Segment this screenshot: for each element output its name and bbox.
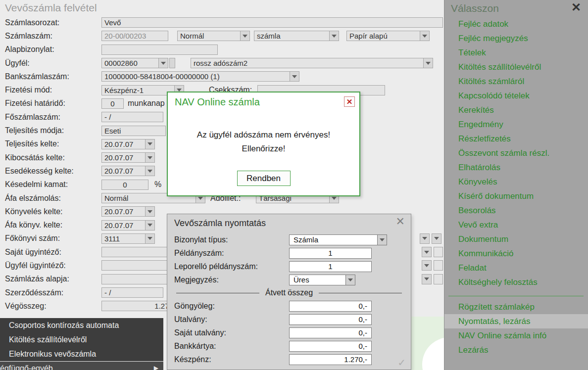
late-interest-field[interactable]: 0 bbox=[101, 180, 148, 190]
menu-item-cegfuggo-egyeb[interactable]: égfüggő-egyéb ▶ bbox=[0, 362, 163, 370]
row-gongyoleg: Göngyöleg: 0,- bbox=[167, 299, 411, 313]
comment-dropdown[interactable]: Üres bbox=[289, 275, 355, 285]
customer-lookup-button[interactable] bbox=[169, 58, 175, 68]
sidebar-item-tetelek[interactable]: Tételek bbox=[444, 46, 588, 60]
sidebar-item-feladat[interactable]: Feladat bbox=[444, 261, 588, 275]
dropdown-value[interactable]: Üres bbox=[289, 275, 345, 285]
dropdown-button[interactable] bbox=[240, 31, 250, 41]
sidebar-item-konyveles[interactable]: Könyvelés bbox=[444, 175, 588, 189]
ok-button[interactable]: Rendben bbox=[237, 171, 291, 186]
dropdown-button[interactable] bbox=[377, 234, 387, 245]
dropdown-value[interactable]: 3111 bbox=[101, 233, 145, 244]
contract-number-field[interactable]: - / bbox=[101, 287, 163, 298]
date-value[interactable]: 20.07.07 bbox=[101, 152, 145, 163]
date-value[interactable]: 20.07.07 bbox=[101, 166, 145, 176]
date-value[interactable]: 20.07.07 bbox=[101, 220, 145, 231]
sidebar-item-nyomtatas-lezaras[interactable]: Nyomtatás, lezárás bbox=[444, 314, 588, 328]
dropdown-button[interactable] bbox=[420, 233, 430, 244]
dropdown-button[interactable] bbox=[422, 274, 432, 284]
invoice-number-field[interactable]: 20-00/00203 bbox=[101, 31, 168, 41]
field-fragment[interactable] bbox=[434, 274, 443, 284]
dropdown-button[interactable] bbox=[145, 206, 155, 217]
own-voucher-amount-field[interactable]: 0,- bbox=[289, 327, 372, 338]
menu-item-csoportos-kontirozas[interactable]: Csoportos kontírozás automata bbox=[0, 318, 163, 332]
sidebar-item-lezaras[interactable]: Lezárás bbox=[444, 343, 588, 357]
voucher-amount-field[interactable]: 0,- bbox=[289, 314, 372, 325]
copies-field[interactable]: 1 bbox=[289, 248, 372, 259]
sidebar-item-nav-online-szamla-info[interactable]: NAV Online számla infó bbox=[444, 328, 588, 343]
dropdown-button[interactable] bbox=[145, 152, 155, 163]
document-type-dropdown[interactable]: Számla bbox=[289, 234, 387, 245]
sidebar-item-dokumentum[interactable]: Dokumentum bbox=[444, 232, 588, 246]
dropdown-value[interactable]: Készpénz-1 bbox=[101, 85, 174, 95]
booking-date-picker[interactable]: 20.07.07 bbox=[101, 206, 155, 217]
dropdown-button[interactable] bbox=[423, 58, 433, 68]
sidebar-item-rogzitett-szamlakep[interactable]: Rögzített számlakép bbox=[444, 300, 588, 314]
dropdown-button[interactable] bbox=[422, 260, 432, 271]
dropdown-button[interactable] bbox=[420, 31, 430, 41]
fulfillment-mode-field[interactable]: Eseti bbox=[101, 126, 166, 136]
dropdown-button[interactable] bbox=[329, 31, 339, 41]
sidebar-item-kerekites[interactable]: Kerekítés bbox=[444, 103, 588, 117]
dropdown-button[interactable] bbox=[145, 166, 155, 176]
fanfold-copies-field[interactable]: 1 bbox=[289, 261, 372, 272]
vat-booking-date-picker[interactable]: 20.07.07 bbox=[101, 220, 155, 231]
close-icon[interactable]: ✕ bbox=[396, 215, 405, 228]
sidebar-item-elhatarolas[interactable]: Elhatárolás bbox=[444, 160, 588, 175]
sidebar-item-kommunikacio[interactable]: Kommunikáció bbox=[444, 246, 588, 261]
dropdown-button[interactable] bbox=[290, 71, 299, 82]
main-invoice-number-field[interactable]: - / bbox=[101, 112, 163, 122]
chevron-down-icon bbox=[198, 197, 203, 200]
sidebar-item-osszevont-szamla[interactable]: Összevont számla részl. bbox=[444, 146, 588, 160]
menu-item-elektronikus-vevoszamla[interactable]: Elektronikus vevőszámla bbox=[0, 347, 163, 361]
sidebar-item-fejlec-megjegyzes[interactable]: Fejléc megjegyzés bbox=[444, 31, 588, 46]
issue-date-picker[interactable]: 20.07.07 bbox=[101, 152, 155, 163]
sidebar-item-reszletfizetes[interactable]: Részletfizetés bbox=[444, 132, 588, 146]
close-icon[interactable]: ✕ bbox=[344, 96, 355, 107]
menu-item-kitoltes-szallitolevelrol[interactable]: Kitöltés szállítólevélről bbox=[0, 332, 163, 347]
base-document-field[interactable] bbox=[101, 45, 218, 55]
dropdown-button[interactable] bbox=[422, 247, 432, 257]
dropdown-button[interactable] bbox=[145, 233, 155, 244]
dropdown-value[interactable]: 10000000-58418004-00000000 (1) bbox=[101, 71, 290, 82]
customer-code-dropdown[interactable]: 00002860 bbox=[101, 58, 168, 68]
field-fragment[interactable] bbox=[434, 247, 443, 257]
dropdown-button[interactable] bbox=[145, 139, 155, 149]
due-date-picker[interactable]: 20.07.07 bbox=[101, 166, 155, 176]
dropdown-button[interactable] bbox=[145, 220, 155, 231]
dropdown-value[interactable]: Papír alapú bbox=[346, 31, 420, 41]
packaging-amount-field[interactable]: 0,- bbox=[289, 301, 372, 312]
dropdown-value[interactable]: számla bbox=[254, 31, 329, 41]
sidebar-item-engedmeny[interactable]: Engedmény bbox=[444, 117, 588, 132]
dropdown-value[interactable]: Számla bbox=[289, 234, 377, 245]
cash-amount-field[interactable]: 1.270,- bbox=[289, 354, 372, 365]
date-value[interactable]: 20.07.07 bbox=[101, 206, 145, 217]
sidebar-item-koltseghely-felosztas[interactable]: Költséghely felosztás bbox=[444, 275, 588, 289]
customer-name-dropdown[interactable]: rossz adószám2 bbox=[191, 58, 433, 68]
sidebar-item-kitoltes-szamlarol[interactable]: Kitöltés számláról bbox=[444, 74, 588, 89]
paper-type-dropdown[interactable]: Papír alapú bbox=[346, 31, 430, 41]
fulfillment-date-picker[interactable]: 20.07.07 bbox=[101, 139, 155, 149]
document-type-dropdown[interactable]: számla bbox=[254, 31, 339, 41]
sidebar-item-kisero-dokumentum[interactable]: Kísérő dokumentum bbox=[444, 189, 588, 203]
sidebar-item-kitoltes-szallitolevelrol[interactable]: Kitöltés szállítólevélről bbox=[444, 60, 588, 74]
payment-deadline-field[interactable]: 0 bbox=[101, 98, 124, 109]
dropdown-value[interactable]: rossz adószám2 bbox=[191, 58, 423, 68]
dropdown-button[interactable] bbox=[345, 275, 355, 285]
sidebar-item-fejlec-adatok[interactable]: Fejléc adatok bbox=[444, 17, 588, 31]
sidebar-item-besorolas[interactable]: Besorolás bbox=[444, 203, 588, 218]
invoice-kind-dropdown[interactable]: Normál bbox=[177, 31, 250, 41]
close-icon[interactable]: ✕ bbox=[571, 0, 581, 14]
invoice-series-field[interactable]: Vevő bbox=[101, 17, 443, 28]
dropdown-button[interactable] bbox=[432, 233, 441, 244]
sidebar-item-vevo-extra[interactable]: Vevő extra bbox=[444, 218, 588, 232]
field-fragment[interactable] bbox=[434, 260, 443, 271]
card-amount-field[interactable]: 0,- bbox=[289, 341, 372, 352]
dropdown-value[interactable]: 00002860 bbox=[101, 58, 158, 68]
dropdown-value[interactable]: Normál bbox=[177, 31, 240, 41]
date-value[interactable]: 20.07.07 bbox=[101, 139, 145, 149]
sidebar-item-kapcsolodo-tetelek[interactable]: Kapcsolódó tételek bbox=[444, 89, 588, 103]
dropdown-button[interactable] bbox=[158, 58, 168, 68]
ledger-number-dropdown[interactable]: 3111 bbox=[101, 233, 155, 244]
bank-account-dropdown[interactable]: 10000000-58418004-00000000 (1) bbox=[101, 71, 299, 82]
